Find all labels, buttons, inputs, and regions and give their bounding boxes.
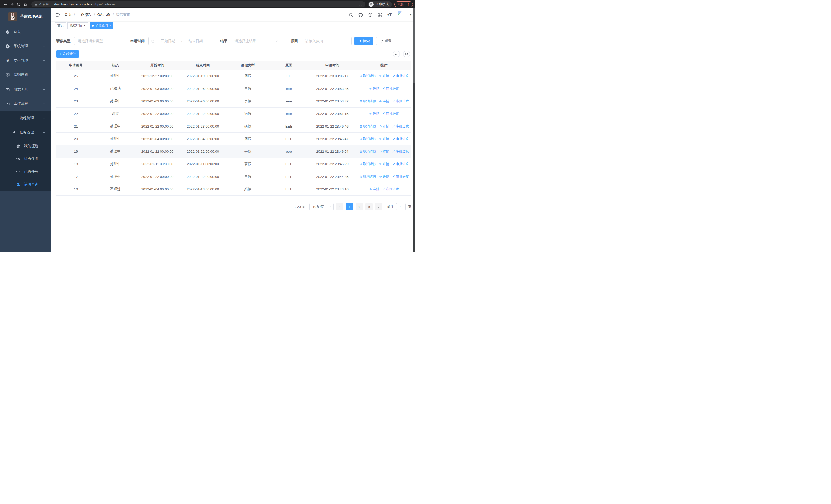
tab-close-icon[interactable]: ×: [109, 24, 111, 27]
browser-back-button[interactable]: [2, 1, 9, 8]
trash-icon: [359, 175, 363, 178]
cell-reason: eee: [270, 87, 308, 91]
action-cancel-link[interactable]: 取消请假: [359, 162, 376, 166]
bookmark-star-icon[interactable]: [359, 2, 362, 6]
avatar-dropdown-caret-icon[interactable]: ▼: [409, 13, 412, 16]
action-cancel-link[interactable]: 取消请假: [359, 149, 376, 154]
apply-time-range-picker[interactable]: 开始日期 - 结束日期: [148, 37, 210, 45]
action-progress-link[interactable]: 审批进度: [382, 187, 399, 191]
action-progress-link[interactable]: 审批进度: [392, 149, 409, 154]
scrollbar-thumb[interactable]: [413, 8, 416, 83]
search-button[interactable]: 搜索: [354, 37, 373, 45]
sidebar-item-payment[interactable]: ¥支付管理: [0, 53, 51, 68]
gear-icon: [5, 44, 10, 49]
pagination-prev-button[interactable]: [336, 203, 343, 210]
sidebar-item-workflow[interactable]: 工作流程: [0, 96, 51, 111]
action-detail-link[interactable]: 详情: [379, 149, 389, 154]
page-scrollbar[interactable]: [413, 8, 416, 252]
sidebar-item-leave-query[interactable]: 请假查询: [0, 178, 51, 191]
cell-status: 处理中: [96, 174, 135, 179]
sidebar-item-my-process[interactable]: 我的流程: [0, 140, 51, 152]
cell-id: 23: [56, 99, 96, 103]
app-logo[interactable]: 芋道管理系统: [0, 8, 51, 25]
sidebar-item-todo-tasks[interactable]: 待办任务: [0, 152, 51, 165]
action-detail-link[interactable]: 详情: [379, 162, 389, 166]
action-detail-link[interactable]: 详情: [369, 187, 379, 191]
action-detail-link[interactable]: 详情: [379, 99, 389, 103]
action-cancel-link[interactable]: 取消请假: [359, 137, 376, 141]
breadcrumb-item[interactable]: 首页: [64, 12, 71, 17]
action-detail-link[interactable]: 详情: [379, 137, 389, 141]
table-header-row: 申请编号状态开始时间结束时间请假类型原因申请时间操作: [56, 61, 411, 70]
browser-forward-button[interactable]: [9, 1, 16, 8]
avatar[interactable]: [397, 10, 407, 20]
breadcrumb-item[interactable]: OA 示例: [97, 12, 110, 17]
tab-close-icon[interactable]: ×: [84, 24, 86, 27]
trash-icon: [359, 75, 363, 78]
breadcrumb-item[interactable]: 工作流程: [77, 12, 92, 17]
action-progress-link[interactable]: 审批进度: [392, 124, 409, 128]
cell-type: 事假: [226, 99, 270, 103]
tab-home[interactable]: 首页: [55, 22, 66, 29]
result-select[interactable]: 请选择流结果: [231, 37, 281, 45]
action-detail-link[interactable]: 详情: [379, 124, 389, 128]
sidebar-item-infra[interactable]: 基础设施: [0, 68, 51, 82]
pagination-page-1[interactable]: 1: [346, 203, 353, 210]
sidebar-item-task-mgmt[interactable]: 任务管理: [0, 125, 51, 140]
action-progress-link[interactable]: 审批进度: [392, 162, 409, 166]
tab-leave-query[interactable]: 请假查询×: [90, 22, 114, 29]
reset-button[interactable]: 重置: [376, 37, 395, 45]
action-detail-link[interactable]: 详情: [379, 175, 389, 179]
goto-label: 前往: [387, 205, 394, 209]
browser-home-button[interactable]: [22, 1, 29, 8]
action-progress-link[interactable]: 审批进度: [392, 137, 409, 141]
action-progress-link[interactable]: 审批进度: [392, 175, 409, 179]
table-row: 22通过2022-01-22 00:00:002022-01-22 00:00:…: [56, 108, 411, 120]
cell-op: 取消请假详情审批进度: [357, 137, 411, 141]
eye-open-icon: [379, 99, 382, 103]
action-progress-link[interactable]: 审批进度: [382, 87, 399, 91]
browser-update-button[interactable]: 更新 ⋮: [395, 1, 413, 7]
browser-address-bar[interactable]: 不安全 dashboard.yudao.iocoder.cn/bpm/oa/le…: [31, 1, 366, 7]
help-icon[interactable]: [368, 12, 373, 17]
pagination-next-button[interactable]: [375, 203, 382, 210]
sidebar-item-system[interactable]: 系统管理: [0, 39, 51, 53]
search-icon[interactable]: [348, 12, 353, 17]
dashboard-icon: [5, 30, 10, 34]
fullscreen-icon[interactable]: [378, 12, 382, 17]
action-detail-link[interactable]: 详情: [369, 87, 379, 91]
github-icon[interactable]: [358, 12, 363, 17]
sidebar-item-home[interactable]: 首页: [0, 25, 51, 39]
font-size-icon[interactable]: TT: [388, 13, 392, 17]
show-search-button[interactable]: [393, 51, 400, 58]
action-detail-link[interactable]: 详情: [369, 112, 379, 116]
create-leave-button[interactable]: + 发起请假: [56, 50, 79, 58]
pagination-page-3[interactable]: 3: [366, 203, 373, 210]
action-cancel-link[interactable]: 取消请假: [359, 175, 376, 179]
cell-op: 取消请假详情审批进度: [357, 99, 411, 103]
pen-icon: [382, 187, 385, 191]
action-progress-link[interactable]: 审批进度: [392, 74, 409, 78]
cell-type: 病假: [226, 124, 270, 128]
cell-reason: eee: [270, 99, 308, 103]
action-progress-link[interactable]: 审批进度: [392, 99, 409, 103]
action-progress-link[interactable]: 审批进度: [382, 112, 399, 116]
page-size-select[interactable]: 10条/页: [309, 203, 334, 210]
sidebar-item-done-tasks[interactable]: 已办任务: [0, 165, 51, 178]
reason-input[interactable]: [302, 37, 351, 45]
browser-menu-icon[interactable]: ⋮: [406, 2, 410, 6]
cell-status: 处理中: [96, 149, 135, 154]
action-cancel-link[interactable]: 取消请假: [359, 74, 376, 78]
sidebar-toggle-icon[interactable]: [55, 12, 60, 18]
action-cancel-link[interactable]: 取消请假: [359, 124, 376, 128]
sidebar-item-process-mgmt[interactable]: 流程管理: [0, 111, 51, 125]
pagination-page-2[interactable]: 2: [356, 203, 363, 210]
goto-page-input[interactable]: [396, 203, 406, 210]
tab-process-detail[interactable]: 流程详情×: [67, 22, 88, 29]
leave-type-select[interactable]: 请选择请假类型: [74, 37, 122, 45]
action-detail-link[interactable]: 详情: [379, 74, 389, 78]
browser-refresh-button[interactable]: [16, 1, 22, 8]
refresh-table-button[interactable]: [403, 51, 410, 58]
sidebar-item-devtools[interactable]: 研发工具: [0, 82, 51, 96]
action-cancel-link[interactable]: 取消请假: [359, 99, 376, 103]
